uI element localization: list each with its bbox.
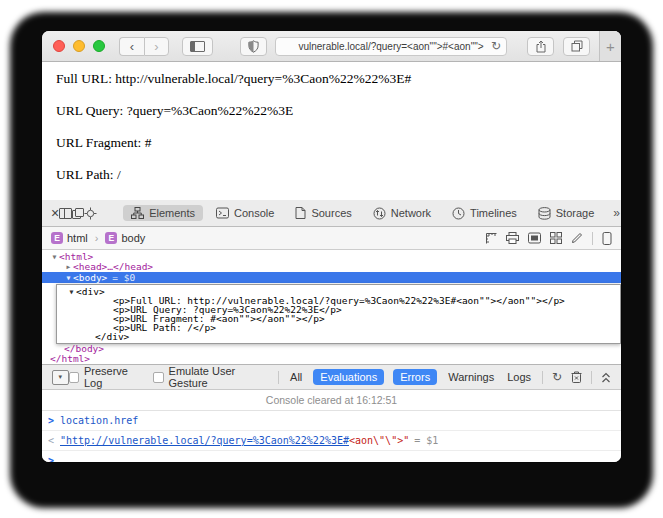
console-filter-bar: ▾ Preserve Log Emulate User Gesture All … — [42, 364, 621, 390]
network-icon — [373, 207, 386, 220]
sidebar-toggle-button[interactable] — [182, 37, 213, 56]
filter-errors[interactable]: Errors — [393, 369, 437, 385]
safari-window: ‹ › vulnerable.local/?query=<aon"">#<aon… — [42, 31, 621, 462]
tab-storage[interactable]: Storage — [530, 205, 603, 222]
reload-icon[interactable]: ↻ — [491, 39, 501, 53]
tab-elements[interactable]: Elements — [123, 205, 203, 221]
trash-icon — [571, 371, 582, 383]
edit-line-div-close[interactable]: </div> — [57, 332, 620, 341]
address-bar[interactable]: vulnerable.local/?query=<aon"">#<aon""> … — [275, 37, 507, 56]
shield-icon — [248, 40, 259, 53]
emulate-user-gesture-checkbox[interactable]: Emulate User Gesture — [153, 365, 269, 389]
dom-node-html-close[interactable]: </html> — [42, 354, 621, 364]
new-tab-button[interactable]: + — [599, 31, 621, 61]
filter-evaluations[interactable]: Evaluations — [313, 369, 384, 385]
filter-warnings[interactable]: Warnings — [446, 369, 496, 385]
web-page-content: Full URL: http://vulnerable.local/?query… — [42, 62, 621, 200]
sidebar-icon — [190, 41, 205, 52]
filter-all[interactable]: All — [288, 369, 304, 385]
breadcrumb-html[interactable]: html — [67, 232, 88, 244]
disclosure-open-icon[interactable]: ▼ — [50, 252, 59, 262]
undock-button[interactable] — [72, 204, 84, 222]
console-panel: Console cleared at 16:12:51 > location.h… — [42, 390, 621, 462]
result-saved-variable: = $1 — [414, 435, 438, 446]
storage-icon — [538, 207, 551, 220]
close-inspector-button[interactable]: × — [51, 204, 59, 222]
tab-elements-label: Elements — [149, 207, 195, 219]
checkbox-icon[interactable] — [69, 372, 79, 383]
sources-icon — [295, 207, 306, 219]
result-arrow-icon: < — [48, 435, 60, 446]
tab-timelines-label: Timelines — [470, 207, 517, 219]
zoom-window-button[interactable] — [93, 40, 105, 52]
tab-overview-button[interactable] — [563, 37, 590, 56]
undock-icon — [72, 208, 84, 219]
tab-storage-label: Storage — [556, 207, 595, 219]
crosshair-icon — [84, 207, 97, 220]
console-input-echo[interactable]: > location.href — [42, 411, 621, 431]
tab-console[interactable]: Console — [208, 205, 282, 221]
print-icon[interactable] — [506, 232, 519, 244]
element-picker-button[interactable] — [84, 204, 97, 222]
emulate-user-gesture-label: Emulate User Gesture — [169, 365, 270, 389]
rulers-icon[interactable] — [485, 232, 497, 244]
inspector-toolbar: × Elements — [42, 200, 621, 227]
disclosure-open-icon: ▼ — [67, 288, 76, 297]
layout-grid-icon[interactable] — [550, 232, 562, 244]
preserve-log-checkbox[interactable]: Preserve Log — [69, 365, 145, 389]
screenshot-icon[interactable] — [528, 232, 541, 244]
dom-tree-panel: ▼<html> ▶<head>…</head> ▼<body>= $0 ▼<di… — [42, 250, 621, 364]
minimize-window-button[interactable] — [73, 40, 85, 52]
tab-sources[interactable]: Sources — [287, 205, 359, 221]
privacy-shield-button[interactable] — [240, 37, 267, 56]
close-window-button[interactable] — [53, 40, 65, 52]
console-saved-variable: = $0 — [112, 272, 135, 283]
edit-line-p4[interactable]: <p>URL Path: /</p> — [57, 323, 620, 332]
result-string-tail: <aon\"\">" — [349, 435, 409, 446]
tab-timelines[interactable]: Timelines — [444, 205, 525, 222]
console-result-row[interactable]: < "http://vulnerable.local/?query=%3Caon… — [42, 431, 621, 451]
back-button[interactable]: ‹ — [119, 37, 144, 56]
preserve-log-label: Preserve Log — [84, 365, 144, 389]
disclosure-closed-icon[interactable]: ▶ — [64, 262, 73, 272]
breadcrumb-separator-icon: › — [95, 232, 99, 244]
prompt-icon: > — [48, 455, 60, 462]
tab-overview-icon — [571, 40, 583, 52]
edit-pencil-icon[interactable] — [571, 232, 583, 244]
elements-icon — [131, 207, 144, 219]
search-button[interactable] — [620, 204, 621, 222]
tab-console-label: Console — [234, 207, 274, 219]
collapse-console-button[interactable] — [601, 372, 611, 383]
filter-logs[interactable]: Logs — [505, 369, 533, 385]
filter-divider — [278, 371, 279, 384]
checkbox-icon[interactable] — [153, 372, 163, 383]
disclosure-open-icon[interactable]: ▼ — [64, 273, 73, 284]
tab-sources-label: Sources — [311, 207, 351, 219]
timelines-icon — [452, 207, 465, 220]
device-icon[interactable] — [602, 232, 612, 245]
tab-network-label: Network — [391, 207, 431, 219]
breadcrumb-body[interactable]: body — [121, 232, 145, 244]
garbage-collect-icon[interactable]: ↻ — [552, 370, 562, 384]
dom-node-body-close[interactable]: </body> — [42, 344, 621, 354]
console-drawer-icon[interactable]: ▾ — [52, 370, 69, 385]
forward-button[interactable]: › — [144, 37, 169, 56]
edit-as-html-box[interactable]: ▼<div> <p>Full URL: http://vulnerable.lo… — [56, 284, 621, 344]
console-icon — [216, 207, 229, 219]
dom-node-head[interactable]: ▶<head>…</head> — [42, 262, 621, 272]
result-url-link[interactable]: "http://vulnerable.local/?query=%3Caon%2… — [60, 435, 349, 446]
dock-side-button[interactable] — [59, 204, 72, 222]
tab-network[interactable]: Network — [365, 205, 439, 222]
console-prompt-row[interactable]: > — [42, 451, 621, 462]
console-input-text: location.href — [60, 415, 138, 426]
clear-console-button[interactable] — [571, 371, 582, 383]
url-query-text: URL Query: ?query=%3Caon%22%22%3E — [56, 104, 611, 118]
title-bar: ‹ › vulnerable.local/?query=<aon"">#<aon… — [42, 31, 621, 62]
element-badge: E — [51, 232, 63, 244]
more-tabs-button[interactable]: » — [613, 206, 620, 220]
chevrons-up-icon — [601, 372, 611, 383]
url-path-text: URL Path: / — [56, 168, 611, 182]
share-icon — [535, 40, 547, 53]
dom-node-body-selected[interactable]: ▼<body>= $0 — [42, 272, 621, 283]
share-button[interactable] — [527, 37, 554, 56]
